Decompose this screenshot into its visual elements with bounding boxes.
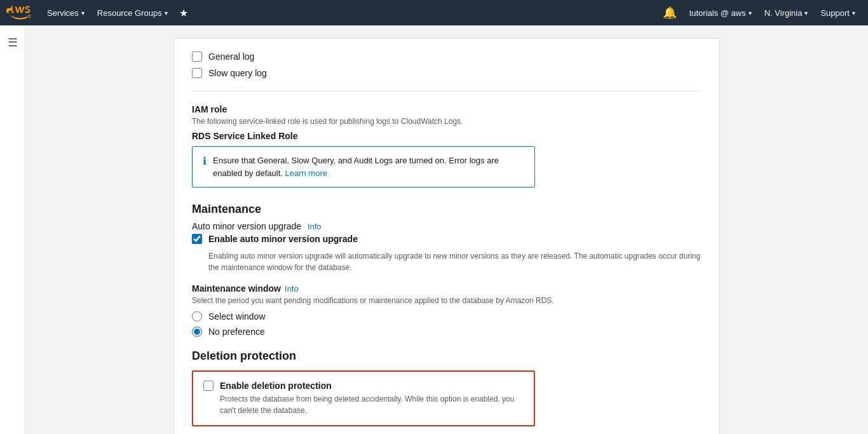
content-card: General log Slow query log IAM role The … [173, 38, 720, 434]
enable-deletion-row: Enable deletion protection [203, 381, 524, 391]
sidebar-toggle[interactable]: ☰ [0, 25, 25, 434]
main-content: General log Slow query log IAM role The … [25, 25, 868, 434]
no-preference-label: No preference [208, 327, 265, 337]
enable-deletion-label: Enable deletion protection [220, 381, 332, 391]
general-log-row: General log [192, 51, 702, 62]
iam-role-title: IAM role [192, 104, 702, 114]
auto-minor-section: Auto minor version upgrade Info Enable a… [192, 221, 702, 273]
maintenance-title: Maintenance [192, 203, 702, 216]
select-window-radio[interactable] [192, 311, 202, 322]
enable-auto-minor-desc: Enabling auto minor version upgrade will… [208, 250, 702, 273]
auto-minor-title: Auto minor version upgrade Info [192, 221, 702, 231]
log-checkboxes-section: General log Slow query log [192, 51, 702, 78]
divider-1 [192, 91, 702, 92]
slow-query-log-checkbox[interactable] [192, 68, 202, 78]
enable-auto-minor-checkbox[interactable] [192, 234, 202, 244]
general-log-checkbox[interactable] [192, 51, 202, 62]
slow-query-log-label: Slow query log [208, 68, 267, 78]
enable-auto-minor-label: Enable auto minor version upgrade [208, 234, 358, 244]
maintenance-window-desc: Select the period you want pending modif… [192, 296, 702, 305]
general-log-label: General log [208, 51, 254, 62]
enable-deletion-checkbox[interactable] [203, 381, 214, 391]
deletion-protection-section: Deletion protection Enable deletion prot… [192, 349, 702, 426]
no-preference-radio[interactable] [192, 327, 202, 337]
deletion-protection-title: Deletion protection [192, 349, 702, 363]
region-menu[interactable]: N. Virginia ▾ [758, 0, 815, 25]
deletion-protection-box: Enable deletion protection Protects the … [192, 370, 535, 426]
iam-role-section: IAM role The following service-linked ro… [192, 104, 702, 187]
layout: ☰ General log Slow query log IAM role Th… [0, 25, 868, 434]
resource-groups-nav[interactable]: Resource Groups ▾ [91, 0, 174, 25]
nav-right: 🔔 tutorials @ aws ▾ N. Virginia ▾ Suppor… [656, 0, 862, 25]
maintenance-window-title: Maintenance window [192, 283, 281, 294]
no-preference-row: No preference [192, 327, 702, 337]
resource-groups-caret: ▾ [165, 10, 168, 17]
top-nav: Services ▾ Resource Groups ▾ ★ 🔔 tutoria… [0, 0, 868, 25]
info-icon: ℹ [203, 155, 207, 167]
support-menu[interactable]: Support ▾ [814, 0, 862, 25]
slow-query-log-row: Slow query log [192, 68, 702, 78]
deletion-protection-desc: Protects the database from being deleted… [220, 393, 524, 416]
user-menu-caret: ▾ [749, 10, 752, 17]
iam-role-desc: The following service-linked role is use… [192, 117, 702, 126]
services-nav[interactable]: Services ▾ [41, 0, 91, 25]
aws-logo[interactable] [6, 5, 31, 20]
maintenance-window-section: Maintenance window Info Select the perio… [192, 283, 702, 337]
info-box-text: Ensure that General, Slow Query, and Aud… [213, 154, 524, 179]
select-window-row: Select window [192, 311, 702, 322]
hamburger-icon[interactable]: ☰ [8, 36, 18, 434]
support-caret: ▾ [852, 10, 855, 17]
maintenance-section: Maintenance Auto minor version upgrade I… [192, 203, 702, 337]
maintenance-window-info-link[interactable]: Info [285, 284, 299, 294]
iam-info-box: ℹ Ensure that General, Slow Query, and A… [192, 146, 535, 187]
region-caret: ▾ [804, 10, 808, 17]
user-menu[interactable]: tutorials @ aws ▾ [683, 0, 758, 25]
learn-more-link[interactable]: Learn more [285, 168, 327, 178]
auto-minor-info-link[interactable]: Info [308, 222, 322, 231]
services-caret: ▾ [81, 10, 85, 17]
bookmarks-icon[interactable]: ★ [174, 7, 193, 19]
enable-auto-minor-row: Enable auto minor version upgrade [192, 234, 702, 244]
select-window-label: Select window [208, 311, 266, 322]
iam-role-name: RDS Service Linked Role [192, 131, 702, 141]
maintenance-window-title-row: Maintenance window Info [192, 283, 702, 294]
notifications-icon[interactable]: 🔔 [656, 6, 683, 20]
